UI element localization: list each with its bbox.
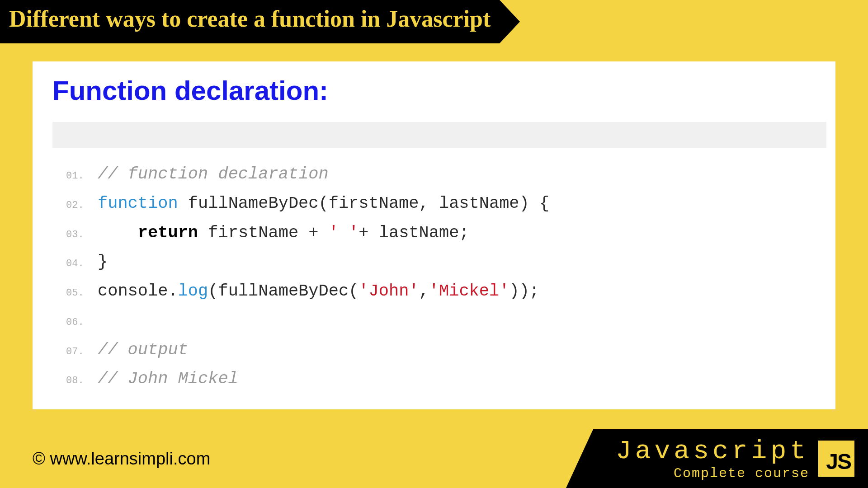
code-content: // output bbox=[98, 335, 188, 365]
title-arrow-decoration bbox=[500, 0, 520, 43]
code-content: // John Mickel bbox=[98, 364, 238, 394]
code-token-plain: } bbox=[98, 252, 108, 271]
code-content bbox=[98, 306, 108, 335]
code-line: 07.// output bbox=[66, 335, 817, 365]
code-token-keyword: function bbox=[98, 194, 178, 213]
code-block: 01.// function declaration02.function fu… bbox=[52, 122, 826, 400]
line-number: 06. bbox=[66, 314, 98, 332]
line-number: 05. bbox=[66, 285, 98, 302]
code-content: // function declaration bbox=[98, 160, 329, 189]
code-token-plain bbox=[98, 223, 138, 242]
js-logo-icon: JS bbox=[818, 441, 854, 477]
code-lines-container: 01.// function declaration02.function fu… bbox=[52, 148, 826, 400]
line-number: 08. bbox=[66, 372, 98, 390]
code-content: console.log(fullNameByDec('John','Mickel… bbox=[98, 277, 539, 306]
code-token-plain: firstName + bbox=[198, 223, 329, 242]
code-line: 03. return firstName + ' '+ lastName; bbox=[66, 218, 817, 248]
brand-text: Javascript Complete course bbox=[616, 436, 809, 481]
code-line: 08.// John Mickel bbox=[66, 364, 817, 394]
code-line: 02.function fullNameByDec(firstName, las… bbox=[66, 189, 817, 218]
code-content: } bbox=[98, 247, 108, 277]
code-content: function fullNameByDec(firstName, lastNa… bbox=[98, 189, 549, 218]
code-line: 06. bbox=[66, 306, 817, 335]
code-token-plain: + lastName; bbox=[359, 223, 469, 242]
code-token-comment: // output bbox=[98, 340, 188, 359]
code-token-plain bbox=[98, 311, 108, 330]
line-number: 04. bbox=[66, 255, 98, 273]
code-token-string: 'John' bbox=[359, 282, 419, 300]
line-number: 01. bbox=[66, 168, 98, 185]
code-token-plain: (fullNameByDec( bbox=[208, 282, 359, 300]
code-line: 01.// function declaration bbox=[66, 160, 817, 189]
line-number: 07. bbox=[66, 343, 98, 361]
code-token-plain: console. bbox=[98, 282, 178, 300]
footer: © www.learnsimpli.com Javascript Complet… bbox=[0, 429, 868, 488]
section-heading: Function declaration: bbox=[52, 75, 826, 106]
brand-subtitle: Complete course bbox=[674, 466, 809, 481]
code-token-string: 'Mickel' bbox=[429, 282, 509, 300]
code-content: return firstName + ' '+ lastName; bbox=[98, 218, 469, 248]
line-number: 03. bbox=[66, 226, 98, 244]
content-panel: Function declaration: 01.// function dec… bbox=[33, 61, 835, 409]
copyright-text: © www.learnsimpli.com bbox=[33, 449, 210, 469]
brand-title: Javascript bbox=[616, 436, 809, 466]
code-token-comment: // John Mickel bbox=[98, 369, 238, 388]
code-token-string: ' ' bbox=[329, 223, 359, 242]
brand-box: Javascript Complete course JS bbox=[593, 429, 868, 488]
line-number: 02. bbox=[66, 197, 98, 215]
code-line: 04.} bbox=[66, 247, 817, 277]
code-token-method: log bbox=[178, 282, 208, 300]
code-token-comment: // function declaration bbox=[98, 164, 329, 183]
code-token-plain: fullNameByDec(firstName, lastName) { bbox=[178, 194, 550, 213]
page-title: Different ways to create a function in J… bbox=[0, 0, 500, 43]
code-line: 05.console.log(fullNameByDec('John','Mic… bbox=[66, 277, 817, 306]
code-token-plain: , bbox=[419, 282, 429, 300]
code-token-plain: )); bbox=[509, 282, 539, 300]
code-token-keyword-bold: return bbox=[138, 223, 198, 242]
title-bar: Different ways to create a function in J… bbox=[0, 0, 868, 43]
